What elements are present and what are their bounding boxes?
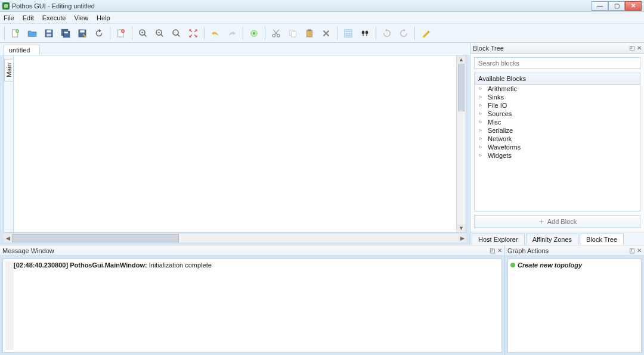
close-button[interactable]: ✕: [625, 1, 642, 11]
minimize-button[interactable]: —: [592, 1, 608, 11]
rotate-right-icon[interactable]: [396, 26, 411, 41]
block-category[interactable]: File IO: [475, 101, 640, 110]
block-category[interactable]: Network: [475, 135, 640, 143]
svg-rect-4: [47, 33, 51, 36]
menu-execute[interactable]: Execute: [42, 14, 66, 21]
maximize-button[interactable]: ▢: [608, 1, 625, 11]
search-input[interactable]: [474, 57, 640, 69]
graph-actions-body: Create new topology: [507, 259, 642, 353]
hscroll-thumb[interactable]: [12, 234, 179, 242]
scroll-thumb[interactable]: [458, 64, 465, 111]
message-line: [02:48:40.230800] PothosGui.MainWindow: …: [14, 261, 499, 350]
panel-close-icon[interactable]: ✕: [637, 247, 642, 254]
panel-close-icon[interactable]: ✕: [637, 45, 642, 51]
menu-help[interactable]: Help: [97, 14, 110, 21]
new-file-icon[interactable]: [8, 26, 23, 41]
window-titlebar: Pothos GUI - Editing untitled — ▢ ✕: [0, 0, 644, 12]
rotate-left-icon[interactable]: [379, 26, 395, 41]
menu-file[interactable]: File: [4, 14, 14, 21]
select-all-icon[interactable]: [340, 26, 356, 41]
svg-rect-21: [307, 30, 312, 36]
menu-bar: File Edit Execute View Help: [0, 12, 644, 24]
canvas-tab-main[interactable]: Main: [4, 59, 14, 82]
add-block-button[interactable]: Add Block: [474, 215, 640, 228]
zoom-out-icon[interactable]: [152, 26, 168, 41]
document-tabstrip: untitled: [0, 43, 470, 55]
menu-view[interactable]: View: [74, 14, 88, 21]
svg-rect-3: [47, 30, 51, 32]
svg-point-16: [253, 32, 256, 35]
save-icon[interactable]: [41, 26, 57, 41]
tab-block-tree[interactable]: Block Tree: [580, 233, 624, 245]
svg-point-25: [366, 30, 369, 34]
paste-icon[interactable]: [302, 26, 317, 41]
undo-icon[interactable]: [208, 26, 223, 41]
canvas-tab-strip: Main: [4, 55, 14, 232]
reload-icon[interactable]: [91, 26, 107, 41]
block-category[interactable]: Sources: [475, 110, 640, 118]
graph-action-item[interactable]: Create new topology: [510, 261, 639, 269]
panel-close-icon[interactable]: ✕: [497, 247, 502, 254]
block-tree-body: Available Blocks Arithmetic Sinks File I…: [470, 54, 644, 232]
block-tree-header: Block Tree ◰ ✕: [470, 43, 644, 54]
vertical-scrollbar[interactable]: ▲ ▼: [456, 55, 466, 232]
message-window-body: [02:48:40.230800] PothosGui.MainWindow: …: [2, 259, 502, 353]
message-source: PothosGui.MainWindow:: [70, 261, 147, 269]
svg-rect-20: [292, 32, 296, 37]
message-scrollbar[interactable]: [5, 261, 14, 350]
window-controls: — ▢ ✕: [592, 1, 642, 11]
scroll-left-icon[interactable]: ◀: [4, 234, 12, 242]
menu-edit[interactable]: Edit: [23, 14, 34, 21]
graph-actions-panel: Graph Actions ◰ ✕ Create new topology: [504, 245, 644, 355]
dock-toggle-icon[interactable]: ◰: [629, 45, 634, 51]
graph-canvas-container: Main ▲ ▼: [4, 55, 466, 233]
find-icon[interactable]: [357, 26, 373, 41]
tab-host-explorer[interactable]: Host Explorer: [472, 233, 525, 245]
activate-icon[interactable]: [246, 26, 262, 41]
open-file-icon[interactable]: [24, 26, 40, 41]
block-category[interactable]: Serialize: [475, 126, 640, 135]
scroll-right-icon[interactable]: ▶: [458, 234, 466, 242]
zoom-in-icon[interactable]: [135, 26, 151, 41]
block-category[interactable]: Arithmetic: [475, 85, 640, 93]
save-as-icon[interactable]: [75, 26, 90, 41]
fit-icon[interactable]: [185, 26, 201, 41]
scroll-down-icon[interactable]: ▼: [457, 224, 466, 232]
document-tab[interactable]: untitled: [4, 45, 40, 55]
dock-toggle-icon[interactable]: ◰: [490, 247, 495, 254]
scroll-up-icon[interactable]: ▲: [457, 55, 466, 64]
zoom-orig-icon[interactable]: [169, 26, 184, 41]
copy-icon[interactable]: [285, 26, 301, 41]
save-all-icon[interactable]: [58, 26, 73, 41]
properties-icon[interactable]: [418, 26, 434, 41]
svg-rect-9: [80, 30, 85, 32]
block-category[interactable]: Sinks: [475, 93, 640, 101]
block-category[interactable]: Widgets: [475, 151, 640, 160]
svg-rect-7: [64, 32, 68, 33]
block-category[interactable]: Waveforms: [475, 143, 640, 151]
cut-icon[interactable]: [268, 26, 284, 41]
window-title: Pothos GUI - Editing untitled: [12, 2, 95, 10]
message-timestamp: [02:48:40.230800]: [14, 261, 68, 269]
available-blocks-header: Available Blocks: [475, 73, 640, 85]
svg-rect-22: [308, 29, 311, 31]
horizontal-scrollbar[interactable]: ◀ ▶: [4, 233, 466, 242]
plus-icon: [538, 218, 545, 225]
toolbar: [0, 24, 644, 43]
close-tab-icon[interactable]: [113, 26, 129, 41]
message-window-header: Message Window ◰ ✕: [0, 245, 504, 256]
graph-actions-header: Graph Actions ◰ ✕: [505, 245, 644, 256]
graph-actions-title: Graph Actions: [507, 247, 549, 254]
graph-canvas[interactable]: [14, 55, 456, 232]
dock-toggle-icon[interactable]: ◰: [629, 247, 634, 254]
block-list[interactable]: Available Blocks Arithmetic Sinks File I…: [474, 73, 640, 211]
status-dot-icon: [510, 263, 515, 267]
add-block-label: Add Block: [547, 218, 577, 225]
block-tree-title: Block Tree: [473, 45, 504, 52]
tab-affinity-zones[interactable]: Affinity Zones: [526, 233, 578, 245]
block-category[interactable]: Misc: [475, 118, 640, 126]
message-window: Message Window ◰ ✕ [02:48:40.230800] Pot…: [0, 245, 504, 355]
redo-icon[interactable]: [224, 26, 240, 41]
delete-icon[interactable]: [318, 26, 334, 41]
right-bottom-tabs: Host Explorer Affinity Zones Block Tree: [470, 232, 644, 245]
